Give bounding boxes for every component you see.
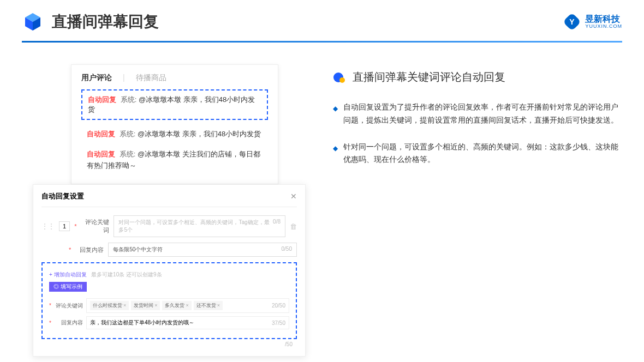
diamond-icon: ◆ — [333, 143, 338, 167]
svg-text:Y: Y — [570, 17, 575, 26]
add-auto-reply-link[interactable]: + 增加自动回复 — [49, 272, 87, 277]
svg-point-3 — [339, 77, 345, 83]
tag: 发货时间× — [131, 301, 160, 310]
drag-handle-icon[interactable]: ⋮⋮ — [41, 222, 55, 230]
section-title: 直播间弹幕关键词评论自动回复 — [353, 70, 505, 85]
outer-counter: /50 — [41, 339, 297, 349]
content-input[interactable]: 每条限50个中文字符 0/50 — [108, 243, 297, 257]
tag: 多久发货× — [162, 301, 191, 310]
example-keyword-input[interactable]: 什么时候发货× 发货时间× 多久发货× 还不发货× 20/50 — [86, 298, 289, 313]
logo-icon: Y — [563, 13, 581, 31]
rule-number: 1 — [59, 221, 70, 231]
page-title: 直播间弹幕回复 — [52, 11, 563, 32]
brand-logo: Y 昱新科技 YUUXIN.COM — [563, 13, 622, 31]
logo-text-cn: 昱新科技 — [585, 14, 622, 24]
tab-divider: | — [123, 73, 125, 83]
tag: 什么时候发货× — [90, 301, 129, 310]
diamond-icon: ◆ — [333, 103, 338, 127]
cube-icon — [22, 11, 44, 33]
keyword-label: 评论关键词 — [81, 218, 109, 234]
tab-pending-products[interactable]: 待播商品 — [136, 73, 166, 83]
system-label: 系统: — [121, 95, 137, 104]
auto-reply-settings-panel: 自动回复设置 ✕ ⋮⋮ 1 * 评论关键词 对同一个问题，可设置多个相近、高频的… — [33, 184, 306, 357]
highlighted-comment: 自动回复 系统: @冰墩墩本墩 亲亲，我们48小时内发货 — [81, 89, 268, 120]
logo-text-en: YUUXIN.COM — [585, 24, 622, 29]
example-area: + 增加自动回复 最多可建10条 还可以创建9条 ◎ 填写示例 * 评论关键词 … — [41, 262, 297, 339]
content-label: 回复内容 — [75, 246, 104, 254]
feature-bullet: ◆ 自动回复设置为了提升作者的评论回复效率，作者可在开播前针对常见的评论用户问题… — [333, 101, 622, 127]
delete-icon[interactable]: 🗑 — [290, 222, 297, 231]
add-hint: 最多可建10条 还可以创建9条 — [91, 272, 162, 277]
example-badge: ◎ 填写示例 — [49, 282, 87, 292]
keyword-input[interactable]: 对同一个问题，可设置多个相近、高频的关键词，Tag确定，最多5个 0/8 — [114, 215, 285, 237]
comment-row: 自动回复 系统: @冰墩墩本墩 关注我们的店铺，每日都有热门推荐呦～ — [81, 144, 268, 176]
settings-title: 自动回复设置 — [41, 191, 84, 201]
tab-user-comments[interactable]: 用户评论 — [81, 73, 112, 83]
section-bullet-icon — [333, 71, 346, 84]
tag: 还不发货× — [194, 301, 223, 310]
comments-panel: 用户评论 | 待播商品 自动回复 系统: @冰墩墩本墩 亲亲，我们48小时内发货… — [71, 64, 278, 184]
example-content-input[interactable]: 亲，我们这边都是下单48小时内发货的哦～ 37/50 — [86, 316, 289, 329]
required-star: * — [74, 223, 76, 230]
feature-bullet: ◆ 针对同一个问题，可设置多个相近的、高频的关键词。例如：这款多少钱、这块能优惠… — [333, 141, 622, 167]
auto-reply-label: 自动回复 — [88, 95, 116, 104]
close-icon[interactable]: ✕ — [290, 192, 297, 201]
comment-row: 自动回复 系统: @冰墩墩本墩 亲亲，我们48小时内发货 — [81, 124, 268, 144]
